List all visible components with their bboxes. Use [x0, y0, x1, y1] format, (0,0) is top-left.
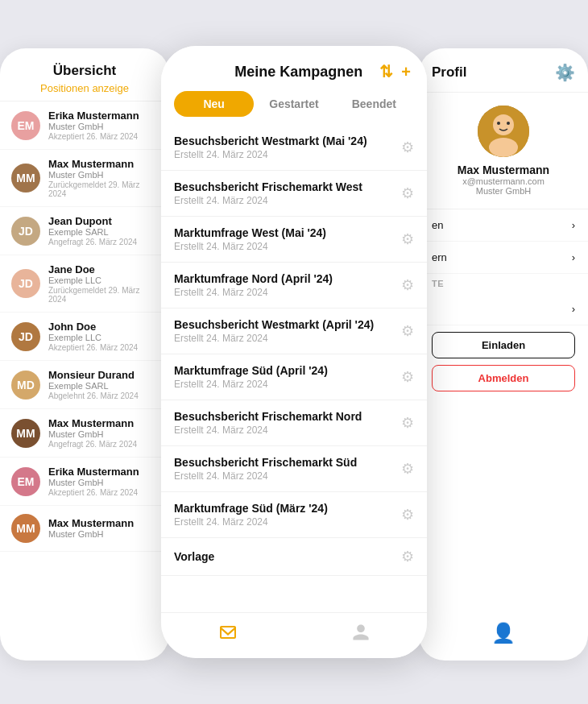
campaign-list-item[interactable]: Marktumfrage Süd (März '24) Erstellt 24.… [161, 492, 427, 538]
campaign-name: Besuchsbericht Frischemarkt Süd [174, 456, 357, 469]
campaign-name: Besuchsbericht Frischemarkt West [174, 180, 362, 193]
contact-avatar: JD [11, 322, 40, 351]
contact-list-item[interactable]: JD John Doe Exemple LLC Akzeptiert 26. M… [0, 313, 169, 361]
tab-bar: NeuGestartetBeendet [161, 91, 427, 125]
sort-icon[interactable]: ⇅ [379, 62, 393, 81]
campaign-list: Besuchsbericht Westmarkt (Mai '24) Erste… [161, 125, 427, 612]
contact-avatar: MM [11, 419, 40, 448]
contact-list-item[interactable]: JD Jane Doe Exemple LLC Zurückgemeldet 2… [0, 255, 169, 313]
contact-name: Max Mustermann [48, 417, 137, 429]
chevron-right-icon-1: › [572, 219, 575, 231]
contact-info: Monsieur Durand Exemple SARL Abgelehnt 2… [48, 369, 139, 400]
contact-list-item[interactable]: MM Max Mustermann Muster GmbH Angefragt … [0, 409, 169, 458]
campaign-settings-icon[interactable]: ⚙ [401, 414, 414, 432]
contact-company: Muster GmbH [48, 529, 134, 539]
contact-name: Jean Dupont [48, 215, 137, 227]
contact-list: EM Erika Mustermann Muster GmbH Akzeptie… [0, 101, 169, 552]
contact-info: John Doe Exemple LLC Akzeptiert 26. März… [48, 321, 138, 352]
campaign-list-item[interactable]: Besuchsbericht Westmarkt (Mai '24) Erste… [161, 125, 427, 171]
bottom-nav [161, 612, 427, 658]
positions-link[interactable]: Positionen anzeige [13, 82, 156, 94]
campaign-list-item[interactable]: Besuchsbericht Frischemarkt West Erstell… [161, 171, 427, 217]
contact-list-item[interactable]: MM Max Mustermann Muster GmbH Zurückgeme… [0, 150, 169, 207]
chevron-right-icon-3: › [572, 303, 575, 315]
tab-neu[interactable]: Neu [174, 91, 254, 117]
campaign-settings-icon[interactable]: ⚙ [401, 368, 414, 386]
contact-avatar: JD [11, 217, 40, 246]
contact-list-item[interactable]: EM Erika Mustermann Muster GmbH Akzeptie… [0, 101, 169, 150]
add-campaign-icon[interactable]: + [401, 63, 411, 81]
campaign-name: Vorlage [174, 550, 214, 563]
contact-list-item[interactable]: MM Max Mustermann Muster GmbH [0, 506, 169, 552]
campaign-settings-icon[interactable]: ⚙ [401, 230, 414, 248]
campaign-info: Besuchsbericht Westmarkt (Mai '24) Erste… [174, 135, 367, 160]
profile-email: x@mustermann.com [462, 176, 545, 186]
profile-menu-item-3[interactable]: › [419, 293, 588, 325]
contact-list-item[interactable]: MD Monsieur Durand Exemple SARL Abgelehn… [0, 361, 169, 409]
campaign-settings-icon[interactable]: ⚙ [401, 506, 414, 524]
campaign-info: Marktumfrage West (Mai '24) Erstellt 24.… [174, 226, 326, 252]
left-panel-header: Übersicht Positionen anzeige [0, 48, 169, 101]
profile-avatar [478, 106, 529, 157]
contact-list-item[interactable]: EM Erika Mustermann Muster GmbH Akzeptie… [0, 458, 169, 506]
contact-info: Jane Doe Exemple LLC Zurückgemeldet 29. … [48, 263, 158, 304]
campaign-list-item[interactable]: Marktumfrage Süd (April '24) Erstellt 24… [161, 354, 427, 400]
nav-person-button[interactable] [294, 623, 427, 642]
campaign-settings-icon[interactable]: ⚙ [401, 548, 414, 565]
logout-button[interactable]: Abmelden [432, 365, 575, 391]
contact-avatar: JD [11, 269, 40, 298]
campaign-settings-icon[interactable]: ⚙ [401, 184, 414, 202]
contact-name: Max Mustermann [48, 158, 158, 170]
nav-campaigns-button[interactable] [161, 623, 294, 642]
campaign-info: Marktumfrage Nord (April '24) Erstellt 2… [174, 272, 333, 298]
menu-item-label-1: en [432, 219, 443, 231]
campaign-info: Marktumfrage Süd (April '24) Erstellt 24… [174, 364, 328, 390]
campaign-settings-icon[interactable]: ⚙ [401, 139, 414, 156]
left-panel-title: Übersicht [13, 63, 156, 79]
campaign-info: Besuchsbericht Frischemarkt Nord Erstell… [174, 410, 362, 436]
campaign-date: Erstellt 24. März 2024 [174, 241, 326, 252]
svg-point-4 [507, 122, 510, 125]
contact-company: Muster GmbH [48, 478, 139, 487]
profile-section: Max Mustermann x@mustermann.com Muster G… [419, 93, 588, 209]
contact-avatar: MM [11, 514, 40, 543]
person-icon-right: 👤 [491, 622, 516, 644]
campaign-date: Erstellt 24. März 2024 [174, 424, 362, 436]
campaign-settings-icon[interactable]: ⚙ [401, 276, 414, 294]
svg-point-3 [497, 122, 500, 125]
campaign-name: Marktumfrage West (Mai '24) [174, 226, 326, 239]
campaign-list-item[interactable]: Besuchsbericht Westmarkt (April '24) Ers… [161, 309, 427, 354]
campaign-name: Marktumfrage Süd (März '24) [174, 502, 328, 515]
contact-company: Exemple SARL [48, 381, 139, 391]
tab-gestartet[interactable]: Gestartet [254, 91, 333, 117]
contact-name: John Doe [48, 321, 138, 333]
contact-status: Akzeptiert 26. März 2024 [48, 132, 139, 141]
contact-company: Muster GmbH [48, 429, 137, 439]
campaign-info: Besuchsbericht Frischemarkt Süd Erstellt… [174, 456, 357, 482]
campaign-name: Besuchsbericht Frischemarkt Nord [174, 410, 362, 423]
gear-icon[interactable]: ⚙️ [555, 63, 575, 82]
campaign-settings-icon[interactable]: ⚙ [401, 460, 414, 478]
contact-status: Zurückgemeldet 29. März 2024 [48, 180, 158, 198]
campaign-date: Erstellt 24. März 2024 [174, 195, 362, 206]
svg-point-2 [489, 138, 518, 157]
campaign-list-item[interactable]: Marktumfrage Nord (April '24) Erstellt 2… [161, 263, 427, 309]
contact-status: Akzeptiert 26. März 2024 [48, 488, 139, 497]
campaign-list-item[interactable]: Besuchsbericht Frischemarkt Süd Erstellt… [161, 446, 427, 492]
contact-name: Erika Mustermann [48, 110, 139, 122]
campaign-date: Erstellt 24. März 2024 [174, 333, 374, 344]
campaign-date: Erstellt 24. März 2024 [174, 470, 357, 482]
phone-title: Meine Kampagnen [217, 64, 379, 81]
contact-info: Max Mustermann Muster GmbH Zurückgemelde… [48, 158, 158, 198]
profile-menu-item-2[interactable]: ern › [419, 242, 588, 274]
campaign-list-item[interactable]: Besuchsbericht Frischemarkt Nord Erstell… [161, 400, 427, 446]
campaign-list-item[interactable]: Marktumfrage West (Mai '24) Erstellt 24.… [161, 217, 427, 263]
campaign-list-item[interactable]: Vorlage ⚙ [161, 538, 427, 576]
campaign-settings-icon[interactable]: ⚙ [401, 322, 414, 340]
contact-list-item[interactable]: JD Jean Dupont Exemple SARL Angefragt 26… [0, 207, 169, 255]
campaign-date: Erstellt 24. März 2024 [174, 516, 328, 528]
profile-menu-item-1[interactable]: en › [419, 209, 588, 242]
tab-beendet[interactable]: Beendet [334, 91, 414, 117]
invite-button[interactable]: Einladen [432, 332, 575, 358]
campaign-info: Marktumfrage Süd (März '24) Erstellt 24.… [174, 502, 328, 528]
